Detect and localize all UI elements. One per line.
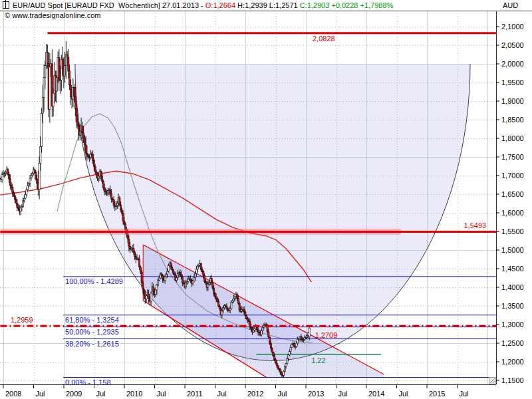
resize-handle-icon[interactable] [489, 378, 496, 384]
copyright-label: © www.tradesignalonline.com [5, 11, 100, 19]
y-axis-label: 1,8000 [501, 134, 524, 142]
x-axis-label: 2013 [308, 390, 324, 398]
y-axis-label: 1,4000 [501, 283, 524, 291]
y-axis-label: 1,4500 [501, 265, 524, 273]
x-axis-label: 2014 [368, 390, 384, 398]
svg-text:1,2709: 1,2709 [315, 331, 338, 339]
x-axis-label: 2010 [126, 390, 142, 398]
title-bar: EUR/AUD Spot [EURAUD FXD Wöchentlich] 27… [2, 1, 393, 9]
fib-level-label: 61,80% - 1,3254 [65, 316, 119, 324]
x-axis-label: Jul [278, 390, 287, 398]
x-axis-label: Jul [157, 390, 166, 398]
hline-label: 1,5493 [464, 221, 487, 229]
close-change-values: C:1,2903 +0,0228 +1,7988% [300, 1, 394, 9]
y-axis-label: 1,5500 [501, 227, 524, 235]
y-axis-label: 2,0000 [501, 60, 524, 68]
x-axis-label: 2009 [66, 390, 82, 398]
y-axis-label: 1,9500 [501, 78, 524, 86]
fib-level-label: 50,00% - 1,2935 [65, 328, 119, 336]
chart-window: 1,22100,00% - 1,428961,80% - 1,325450,00… [0, 0, 532, 399]
y-axis-label: 1,2500 [501, 339, 524, 347]
y-axis-label: 1,3000 [501, 321, 524, 329]
fib-level-label: 100,00% - 1,4289 [65, 277, 123, 285]
x-axis-label: 2012 [247, 390, 263, 398]
x-axis-label: Jul [338, 390, 348, 398]
x-axis-label: 2011 [187, 390, 203, 398]
open-value: O:1,2664 [205, 1, 235, 9]
price-chart[interactable]: 1,22100,00% - 1,428961,80% - 1,325450,00… [0, 0, 532, 399]
high-low-values: H:1,2939 L:1,2571 [235, 1, 300, 9]
y-axis-label: 2,0500 [501, 41, 524, 49]
x-axis-label: Jul [460, 390, 469, 398]
y-axis-label: 1,3500 [501, 302, 524, 310]
x-axis-label: Jul [36, 390, 45, 398]
support-line-label: 1,22 [311, 356, 325, 364]
y-axis-label: 1,8500 [501, 116, 524, 124]
fib-level-label: 38,20% - 1,2615 [65, 340, 119, 348]
x-axis-label: Jul [217, 390, 227, 398]
y-axis-label: 1,9000 [501, 97, 524, 105]
y-axis-label: 1,1500 [501, 376, 524, 384]
hline-label: 2,0828 [313, 35, 335, 43]
y-axis-label: 1,7000 [501, 172, 524, 180]
currency-label: AUD [503, 1, 518, 9]
x-axis-label: 2008 [5, 390, 21, 398]
y-axis-label: 2,1000 [501, 23, 524, 31]
y-axis-label: 1,7500 [501, 153, 524, 161]
y-axis-label: 1,5000 [501, 246, 524, 254]
x-axis-label: Jul [399, 390, 408, 398]
hline-label: 1,2959 [11, 316, 33, 324]
last-price-label: 1,2709 [315, 331, 338, 339]
x-axis-label: 2015 [429, 390, 445, 398]
chart-title: EUR/AUD Spot [EURAUD FXD Wöchentlich] 27… [13, 1, 205, 9]
y-axis-label: 1,6500 [501, 190, 524, 198]
y-axis-label: 1,2000 [501, 358, 524, 366]
x-axis-label: Jul [96, 390, 106, 398]
instrument-chart-icon[interactable] [3, 1, 9, 9]
y-axis-label: 1,6000 [501, 209, 524, 217]
